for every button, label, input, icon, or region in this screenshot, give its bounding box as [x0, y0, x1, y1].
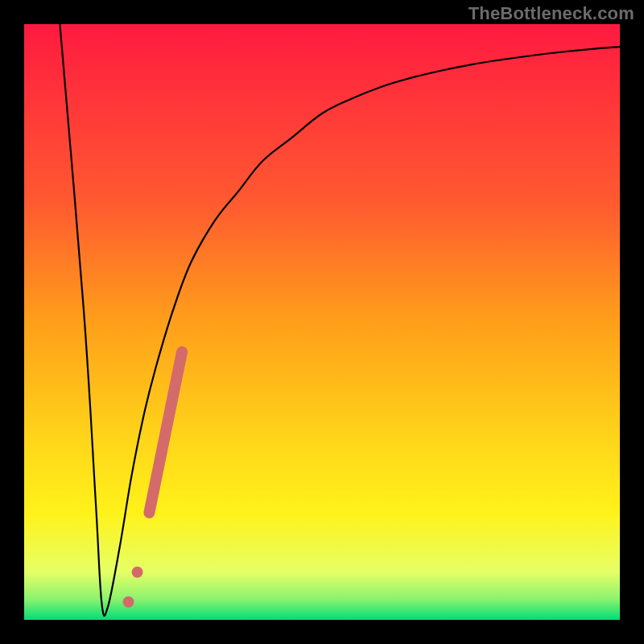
bottleneck-chart	[0, 0, 644, 644]
chart-frame: TheBottleneck.com	[0, 0, 644, 644]
marker-dot-1	[132, 567, 143, 578]
marker-dot-2	[123, 597, 134, 608]
watermark-text: TheBottleneck.com	[469, 3, 634, 24]
